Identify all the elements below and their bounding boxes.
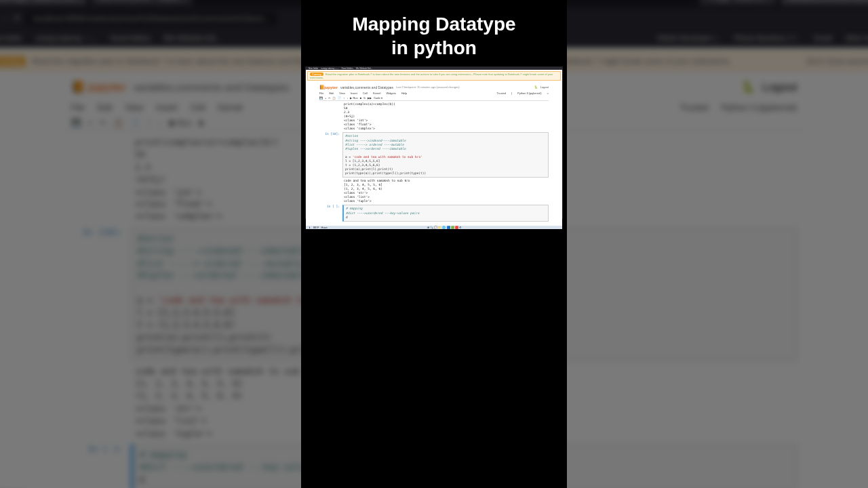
stop-icon[interactable]: ■ [199,118,203,127]
browser-tab[interactable]: Home Page - Select or cre... [0,0,87,5]
save-icon[interactable]: 💾 [71,118,81,127]
menu-insert[interactable]: Insert [156,102,178,113]
cut-icon[interactable]: ✂ [100,118,106,127]
bookmark-item[interactable]: Other fav... [845,34,868,42]
taskbar-icons: ⊞ 🔍 💬 📁 🌐 🟦 🟩 🟥 ⚙ [427,226,462,229]
bookmark-item[interactable]: Gmail [814,34,832,42]
menu-kernel[interactable]: Kernel [218,102,242,113]
add-cell-icon[interactable]: + [88,118,93,127]
jupyter-logo: 📙jupyter [319,85,338,89]
menu-edit[interactable]: Edit [98,102,113,113]
banner-badge: Coming [0,57,26,66]
bookmark-item[interactable]: numpy.ndarray —... [35,34,97,42]
copy-icon[interactable]: 📋 [113,118,123,127]
bookmark-item[interactable]: Phone Numbers | T... [734,34,801,42]
url-field[interactable]: localhost:8890/notebooks/new%20datasets/… [26,12,277,26]
bookmark-item[interactable]: New folder [0,34,22,42]
menu-view[interactable]: View [125,102,143,113]
jupyter-logo: 📙 jupyter [71,81,127,94]
logout-link[interactable]: Logout [762,81,797,94]
input-prompt: In [10]: [71,228,131,361]
trusted-badge: Trusted [679,102,708,113]
video-title: Mapping Datatype in python [345,0,522,66]
forward-icon[interactable]: → [1,14,9,23]
bookmark-item[interactable]: Good folders [110,34,151,42]
reload-icon[interactable]: ⟳ [14,14,20,23]
bookmark-item[interactable]: OAuth Developer |... [657,34,722,42]
move-down-icon[interactable]: ↓ [159,118,163,127]
python-icon: 🐍 [741,81,755,94]
mini-toolbar: 💾+ ✂📋 📄↑ ↓▶ Run ■↻ ▶▶Code ▾ [319,96,549,101]
mini-menu: FileEdit ViewInsert CellKernel WidgetsHe… [319,91,549,96]
run-button[interactable]: ▶ Run [170,118,192,127]
mini-notebook: 📙jupyter variables,comments and Datatype… [306,82,562,226]
notebook-title[interactable]: variables,comments and Datatypes [134,81,290,93]
mini-screenshot: New folder numpy.ndarray —... Good folde… [305,66,563,219]
browser-tab[interactable]: w3school-python - Jupyte... [91,0,192,5]
python-icon: 🐍 [534,85,538,89]
mini-bookmarks: New folder numpy.ndarray —... Good folde… [306,67,562,70]
video-overlay: Mapping Datatype in python New folder nu… [301,0,567,488]
input-prompt: In [ ]: [71,444,131,488]
paste-icon[interactable]: 📄 [130,118,140,127]
bookmark-item[interactable]: Wix Website Edi... [163,34,221,42]
mini-taskbar: 🌡88°FHaze ⊞ 🔍 💬 📁 🌐 🟦 🟩 🟥 ⚙ [306,226,562,229]
menu-cell[interactable]: Cell [191,102,205,113]
mini-cells: print(complex(a)+complex(b)) 54 2.3 (4+5… [319,101,549,224]
browser-tab[interactable]: ...Page - Select or... [700,0,776,5]
banner-dismiss[interactable]: Don't show anymore [806,57,868,66]
mini-banner: ComingRead the migration plan to Noteboo… [307,71,561,81]
menu-file[interactable]: File [71,102,85,113]
browser-tab[interactable]: variables,comments and D... [781,0,868,5]
move-up-icon[interactable]: ↑ [147,118,151,127]
kernel-name[interactable]: Python 3 (ipykernel) [721,102,797,113]
notebook-title: variables,comments and Datatypes [340,85,393,89]
